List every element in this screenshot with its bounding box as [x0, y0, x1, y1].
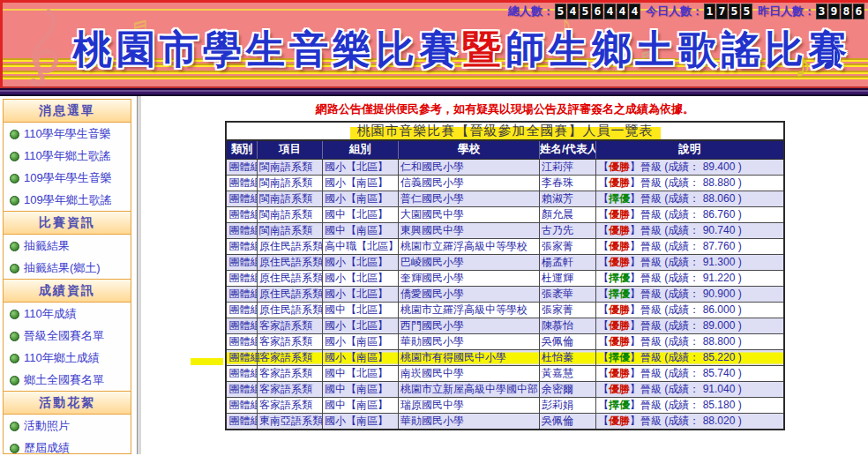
sidebar-link[interactable]: 晉級全國賽名單 — [24, 328, 104, 344]
sidebar-link[interactable]: 抽籤結果 — [24, 238, 70, 254]
bracket-text: 【 — [598, 224, 609, 236]
sidebar-link[interactable]: 歷屆成績 — [24, 440, 70, 454]
music-note-icon: ♪ — [819, 22, 845, 81]
sidebar-link[interactable]: 110年成績 — [24, 306, 77, 322]
counter-label: 總人數： — [508, 4, 554, 19]
table-title-row: 桃園市音樂比賽【晉級參加全國賽】人員一覽表 — [226, 122, 783, 140]
group-cell: 國中【北區】 — [322, 302, 398, 318]
table-row: 團體組閩南語系類國小【南區】信義國民小學李春珠【優勝】晉級 (成績： 88.88… — [226, 175, 783, 191]
results-table: 桃園市音樂比賽【晉級參加全國賽】人員一覽表 類別項目組別學校姓名/代表人說明 團… — [225, 121, 784, 430]
sidebar-link[interactable]: 抽籤結果(鄉土) — [24, 260, 101, 276]
sidebar-item[interactable]: 110學年學生音樂 — [4, 123, 131, 145]
group-cell: 國小【南區】 — [322, 413, 398, 430]
sidebar-link[interactable]: 鄉土全國賽名單 — [24, 372, 104, 388]
item-cell: 客家語系類 — [257, 318, 322, 333]
table-row: 團體組原住民語系類國中【北區】桃園市立羅浮高級中等學校張家菁【優勝】晉級 (成績… — [226, 302, 783, 318]
bracket-text: 【 — [598, 192, 609, 205]
counter-digit: 5 — [555, 4, 566, 19]
counter-digit: 1 — [704, 4, 715, 19]
sidebar-item[interactable]: 晉級全國賽名單 — [4, 325, 131, 347]
sidebar-link[interactable]: 110年鄉土成績 — [24, 350, 100, 366]
sidebar-link[interactable]: 110學年鄉土歌謠 — [24, 148, 111, 164]
column-header: 說明 — [595, 140, 783, 159]
counter-digit: 9 — [828, 4, 840, 19]
item-cell: 東南亞語系類 — [257, 413, 322, 430]
table-row: 團體組客家語系類國小【北區】西門國民小學陳慕怡【優勝】晉級 (成績： 89.00… — [226, 318, 783, 333]
sidebar-item[interactable]: 抽籤結果 — [4, 235, 131, 257]
result-detail-text: 】晉級 (成績： 89.000 ) — [630, 319, 742, 332]
category-cell: 團體組 — [226, 206, 257, 222]
visitor-counter: 昨日人數：3986 — [758, 4, 864, 19]
bracket-text: 【 — [598, 161, 609, 173]
award-text: 擇優 — [609, 399, 630, 411]
school-cell: 大園國民中學 — [398, 206, 539, 222]
sidebar-item[interactable]: 110年成績 — [4, 303, 131, 325]
counter-digit: 5 — [741, 4, 752, 19]
item-cell: 閩南語系類 — [257, 175, 322, 191]
category-cell: 團體組 — [226, 159, 257, 175]
visitor-counter: 今日人數：1755 — [646, 4, 752, 19]
bullet-icon — [10, 354, 19, 363]
name-cell: 吳佩倫 — [539, 333, 595, 349]
table-row: 團體組閩南語系類國中【北區】大園國民中學顏允晨【優勝】晉級 (成績： 86.76… — [226, 206, 783, 222]
sidebar-item[interactable]: 鄉土全國賽名單 — [4, 369, 131, 391]
column-header: 學校 — [398, 140, 539, 159]
category-cell: 團體組 — [226, 381, 257, 397]
sidebar-section-header: 消息選單 — [4, 100, 131, 123]
bracket-text: 【 — [598, 303, 609, 316]
name-cell: 杜運輝 — [539, 270, 595, 286]
sidebar-link[interactable]: 109學年鄉土歌謠 — [24, 192, 112, 208]
sidebar-link[interactable]: 109學年學生音樂 — [24, 170, 112, 186]
sidebar-nav: 消息選單110學年學生音樂110學年鄉土歌謠109學年學生音樂109學年鄉土歌謠… — [3, 99, 131, 454]
result-cell: 【擇優】晉級 (成績： 88.060 ) — [595, 191, 783, 206]
sidebar-link[interactable]: 活動照片 — [24, 418, 70, 434]
bracket-text: 【 — [598, 367, 609, 379]
table-row: 團體組東南亞語系類國小【南區】華勛國民小學吳佩倫【優勝】晉級 (成績： 88.0… — [226, 413, 783, 430]
result-detail-text: 】晉級 (成績： 88.020 ) — [630, 415, 742, 427]
sidebar-link[interactable]: 110學年學生音樂 — [24, 126, 111, 142]
treble-clef-icon — [13, 6, 79, 88]
sidebar-item[interactable]: 110年鄉土成績 — [4, 347, 131, 369]
bullet-icon — [10, 332, 19, 341]
school-cell: 奎輝國民小學 — [398, 270, 539, 286]
table-header-row: 類別項目組別學校姓名/代表人說明 — [226, 140, 783, 159]
column-header: 項目 — [257, 140, 322, 159]
sidebar-item[interactable]: 109學年鄉土歌謠 — [4, 189, 131, 211]
school-cell: 僑愛國民小學 — [398, 286, 539, 302]
award-text: 擇優 — [609, 192, 630, 205]
counter-digit: 4 — [617, 4, 628, 19]
item-cell: 客家語系類 — [257, 333, 322, 349]
bullet-icon — [10, 242, 19, 251]
bracket-text: 【 — [598, 240, 609, 252]
school-cell: 桃園市立羅浮高級中等學校 — [398, 302, 539, 318]
result-cell: 【擇優】晉級 (成績： 91.220 ) — [595, 270, 783, 286]
sidebar-item[interactable]: 活動照片 — [4, 415, 131, 437]
name-cell: 李春珠 — [539, 175, 595, 191]
separator-bar — [0, 88, 868, 96]
award-text: 優勝 — [609, 303, 630, 316]
category-cell: 團體組 — [226, 175, 257, 191]
sidebar-section-header: 活動花絮 — [4, 391, 131, 415]
category-cell: 團體組 — [226, 333, 257, 349]
sidebar-item[interactable]: 109學年學生音樂 — [4, 167, 131, 189]
result-detail-text: 】晉級 (成績： 91.300 ) — [630, 256, 742, 268]
bullet-icon — [10, 422, 19, 431]
category-cell: 團體組 — [226, 349, 257, 365]
sidebar-item[interactable]: 110學年鄉土歌謠 — [4, 145, 131, 167]
category-cell: 團體組 — [226, 270, 257, 286]
result-cell: 【優勝】晉級 (成績： 85.740 ) — [595, 365, 783, 381]
result-detail-text: 】晉級 (成績： 85.180 ) — [630, 399, 742, 411]
counter-label: 昨日人數： — [758, 4, 815, 19]
sidebar-item[interactable]: 歷屆成績 — [4, 437, 131, 454]
name-cell: 古乃先 — [539, 222, 595, 238]
item-cell: 客家語系類 — [257, 365, 322, 381]
table-title: 桃園市音樂比賽【晉級參加全國賽】人員一覽表 — [350, 122, 661, 139]
award-text: 優勝 — [609, 208, 630, 221]
bullet-icon — [10, 196, 19, 206]
result-cell: 【優勝】晉級 (成績： 86.000 ) — [595, 302, 783, 318]
result-detail-text: 】晉級 (成績： 85.220 ) — [630, 351, 742, 363]
school-cell: 桃園市有得國民中小學 — [398, 349, 539, 365]
table-row: 團體組閩南語系類國小【南區】普仁國民小學賴淑芳【擇優】晉級 (成績： 88.06… — [226, 191, 783, 206]
group-cell: 國小【南區】 — [322, 349, 398, 365]
sidebar-item[interactable]: 抽籤結果(鄉土) — [4, 257, 131, 279]
